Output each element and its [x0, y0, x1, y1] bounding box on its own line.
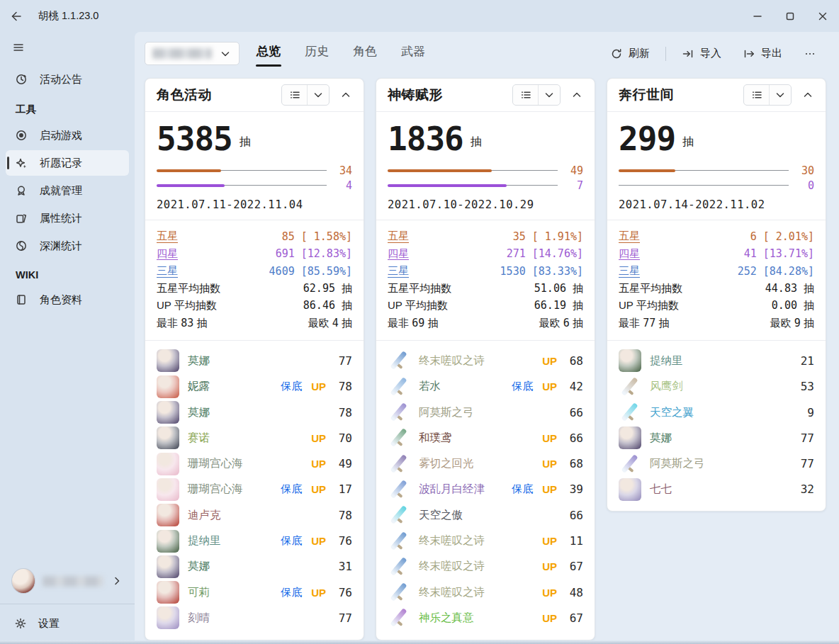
five-star-label[interactable]: 五星	[388, 230, 409, 242]
avg-five-star-pulls-label: 五星平均抽数	[388, 282, 451, 295]
gacha-item-row[interactable]: 终末嗟叹之诗UP11	[388, 528, 583, 553]
window-controls	[741, 0, 839, 32]
up-badge: UP	[311, 380, 326, 392]
gacha-item-row[interactable]: 天空之傲66	[388, 502, 583, 528]
gacha-item-row[interactable]: 可莉保底UP76	[157, 580, 352, 605]
pity-progress-fill	[388, 169, 492, 172]
collapse-card-button[interactable]	[334, 84, 358, 106]
sidebar-item-label: 深渊统计	[40, 239, 82, 253]
sidebar-item-角色资料[interactable]: 角色资料	[6, 287, 129, 312]
list-detail-icon-button[interactable]	[513, 85, 539, 105]
import-button[interactable]: 导入	[673, 42, 730, 66]
export-button[interactable]: 导出	[734, 42, 791, 66]
gacha-item-row[interactable]: 迪卢克78	[157, 502, 352, 528]
five-star-pity-bar: 30	[619, 163, 814, 178]
gacha-item-row[interactable]: 珊瑚宫心海保底UP17	[157, 477, 352, 502]
uid-dropdown[interactable]	[145, 42, 240, 65]
total-pulls-unit: 抽	[240, 135, 251, 156]
sidebar-section-header: WIKI	[0, 261, 135, 285]
five-star-label[interactable]: 五星	[157, 230, 178, 242]
gacha-item-row[interactable]: 天空之翼9	[619, 400, 814, 425]
gacha-item-row[interactable]: 莫娜77	[157, 348, 352, 373]
gacha-item-row[interactable]: 若水保底UP42	[388, 374, 583, 400]
list-detail-icon-button[interactable]	[282, 85, 308, 105]
sidebar-item-属性统计[interactable]: 属性统计	[6, 205, 129, 231]
three-star-label[interactable]: 三星	[157, 264, 178, 277]
gacha-item-row[interactable]: 赛诺UP70	[157, 425, 352, 451]
close-button[interactable]	[806, 0, 839, 32]
list-mode-dropdown-button[interactable]	[308, 85, 329, 105]
card-items-section: 提纳里21风鹰剑53天空之翼9莫娜77阿莫斯之弓77七七32	[607, 340, 826, 511]
total-pulls-unit: 抽	[471, 135, 482, 156]
gacha-item-row[interactable]: 珊瑚宫心海UP49	[157, 451, 352, 476]
item-art-weapon-icon	[388, 349, 410, 372]
gacha-item-row[interactable]: 波乱月白经津保底UP39	[388, 477, 583, 502]
gacha-item-row[interactable]: 阿莫斯之弓66	[388, 400, 583, 425]
tab-角色[interactable]: 角色	[351, 40, 378, 67]
worst-pull: 最非 69 抽	[388, 317, 438, 330]
book-icon	[14, 293, 28, 306]
gacha-item-row[interactable]: 终末嗟叹之诗UP67	[388, 554, 583, 580]
gacha-item-row[interactable]: 提纳里保底UP76	[157, 528, 352, 553]
collapse-card-button[interactable]	[565, 84, 589, 106]
avg-up-pulls-label: UP 平均抽数	[157, 299, 217, 312]
avg-up-pulls-value: 0.00 抽	[772, 299, 814, 312]
gacha-item-row[interactable]: 莫娜31	[157, 554, 352, 580]
collapse-card-button[interactable]	[796, 84, 820, 106]
list-mode-dropdown-button[interactable]	[770, 85, 791, 105]
user-account-row[interactable]	[6, 561, 129, 601]
item-art-avatar	[157, 426, 179, 449]
four-star-stat-row: 四星691 [12.83%]	[157, 245, 352, 263]
refresh-button[interactable]: 刷新	[602, 42, 658, 66]
gacha-item-row[interactable]: 神乐之真意UP67	[388, 605, 583, 631]
gacha-item-row[interactable]: 和璞鸢UP66	[388, 425, 583, 451]
avg-five-star-pulls-value: 62.95 抽	[303, 282, 352, 295]
item-name: 终末嗟叹之诗	[419, 354, 485, 368]
gacha-item-row[interactable]: 莫娜78	[157, 400, 352, 425]
more-button[interactable]	[795, 42, 825, 66]
card-summary-section: 5385抽3442021.07.11-2022.11.04	[145, 112, 364, 220]
four-star-value: 271 [14.76%]	[500, 247, 583, 260]
maximize-button[interactable]	[774, 0, 806, 32]
avg-five-star-pulls-row: 五星平均抽数44.83 抽	[619, 280, 814, 298]
sidebar-item-启动游戏[interactable]: 启动游戏	[6, 123, 129, 148]
sidebar-item-settings[interactable]: 设置	[6, 607, 129, 640]
four-star-label[interactable]: 四星	[388, 247, 409, 260]
three-star-label[interactable]: 三星	[619, 264, 640, 277]
four-star-label[interactable]: 四星	[157, 247, 178, 260]
gacha-item-row[interactable]: 终末嗟叹之诗UP68	[388, 348, 583, 373]
five-star-label[interactable]: 五星	[619, 230, 640, 242]
sidebar-item-成就管理[interactable]: 成就管理	[6, 178, 129, 203]
list-detail-icon-button[interactable]	[744, 85, 770, 105]
nav-menu-button[interactable]	[4, 35, 33, 60]
four-star-label[interactable]: 四星	[619, 247, 640, 260]
list-mode-dropdown-button[interactable]	[539, 85, 560, 105]
tab-总览[interactable]: 总览	[255, 40, 282, 67]
sidebar-item-祈愿记录[interactable]: 祈愿记录	[6, 150, 129, 176]
item-art-weapon-icon	[388, 453, 410, 475]
gacha-item-row[interactable]: 提纳里21	[619, 348, 814, 373]
guarantee-badge: 保底	[512, 482, 533, 496]
gacha-item-row[interactable]: 七七32	[619, 477, 814, 502]
gacha-item-row[interactable]: 妮露保底UP78	[157, 374, 352, 400]
sidebar-item-活动公告[interactable]: 活动公告	[6, 67, 129, 92]
back-button[interactable]	[0, 0, 33, 32]
gacha-item-row[interactable]: 刻晴77	[157, 605, 352, 631]
gacha-item-row[interactable]: 终末嗟叹之诗UP48	[388, 580, 583, 605]
back-arrow-icon	[10, 10, 23, 23]
item-name: 迪卢克	[188, 508, 221, 523]
best-pull: 最欧 6 抽	[539, 317, 583, 330]
item-pull-count: 77	[335, 354, 352, 368]
pity-progress-fill	[157, 169, 221, 172]
gacha-item-row[interactable]: 阿莫斯之弓77	[619, 451, 814, 476]
sidebar-item-深渊统计[interactable]: 深渊统计	[6, 233, 129, 259]
pity-progress-track	[157, 183, 327, 188]
gacha-item-row[interactable]: 莫娜77	[619, 425, 814, 451]
tab-武器[interactable]: 武器	[400, 40, 427, 67]
tab-历史[interactable]: 历史	[303, 40, 330, 67]
total-pulls-value: 5385	[157, 122, 232, 156]
three-star-label[interactable]: 三星	[388, 264, 409, 277]
gacha-item-row[interactable]: 风鹰剑53	[619, 374, 814, 400]
gacha-item-row[interactable]: 雾切之回光UP68	[388, 451, 583, 476]
minimize-button[interactable]	[741, 0, 774, 32]
